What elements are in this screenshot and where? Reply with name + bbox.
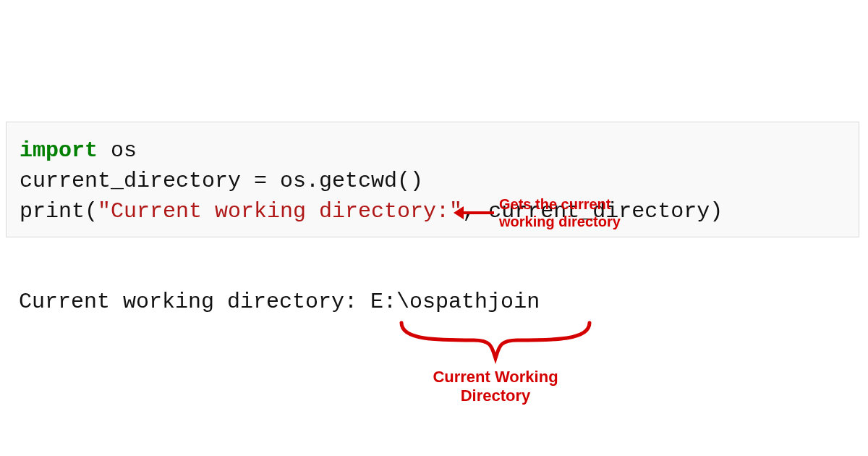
annotation-cwd-brace: Current Working Directory (394, 318, 597, 427)
output-line: Current working directory: E:\ospathjoin (19, 290, 540, 314)
annotation-getcwd: Gets the current working directory (452, 203, 684, 246)
code-func-print: print (20, 199, 85, 224)
curly-brace-icon (394, 318, 597, 369)
arrow-head-icon (454, 206, 464, 219)
code-block: import os current_directory = os.getcwd(… (6, 122, 859, 237)
code-text: ( (85, 199, 98, 224)
annotation-getcwd-label: Gets the current working directory (499, 195, 621, 230)
code-keyword-import: import (20, 138, 98, 163)
code-text: = (254, 169, 267, 193)
code-text: current_directory (20, 169, 254, 193)
output-label: Current working directory: (19, 290, 370, 314)
code-line-4: print("Current working directory:", curr… (20, 196, 846, 227)
annotation-cwd-label: Current Working Directory (394, 368, 597, 406)
code-line-3: current_directory = os.getcwd() (20, 166, 846, 196)
output-path: E:\ospathjoin (370, 290, 540, 314)
code-string: "Current working directory:" (98, 199, 462, 224)
figure-stage: import os current_directory = os.getcwd(… (0, 0, 868, 456)
code-text: os.getcwd() (267, 169, 423, 193)
arrow-line (459, 211, 494, 214)
code-text: os (98, 138, 137, 163)
code-line-1: import os (20, 135, 846, 166)
